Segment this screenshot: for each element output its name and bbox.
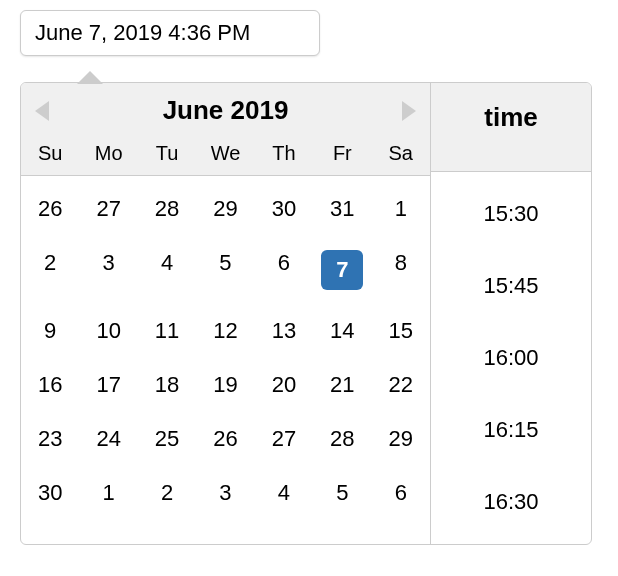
datetime-input[interactable] bbox=[20, 10, 320, 56]
